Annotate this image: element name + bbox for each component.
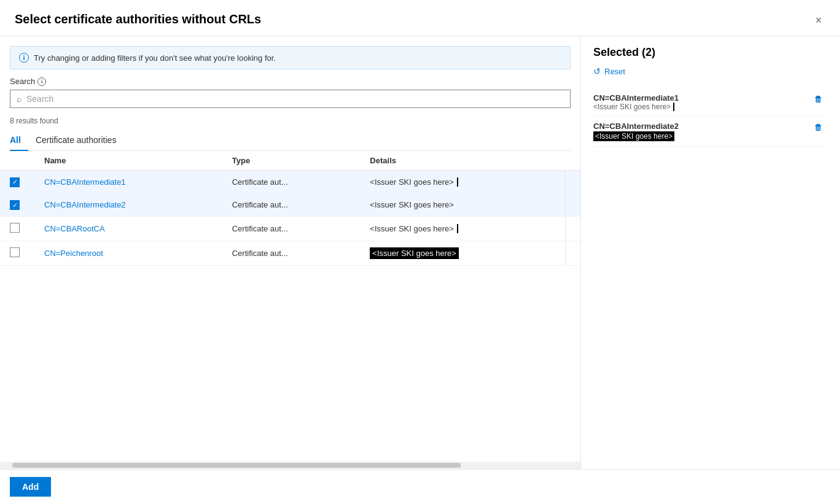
row-name-cell: CN=CBAIntermediate1 — [37, 171, 225, 194]
row-type-cell: Certificate aut... — [225, 241, 363, 266]
reset-label: Reset — [604, 67, 625, 76]
row-separator-4 — [566, 241, 581, 266]
results-table: Name Type Details — [0, 151, 580, 266]
results-count: 8 results found — [10, 117, 571, 125]
reset-icon: ↺ — [593, 66, 601, 76]
row-name-link-1[interactable]: CN=CBAIntermediate1 — [44, 177, 126, 187]
row-separator-1 — [566, 171, 581, 194]
row-checkbox-cell — [0, 217, 37, 241]
selected-header: Selected (2) — [593, 46, 827, 59]
row-detail-cell: <Issuer SKI goes here> — [362, 241, 565, 266]
selected-item-1-name: CN=CBAIntermediate1 — [593, 93, 810, 103]
row-type-cell: Certificate aut... — [225, 217, 363, 241]
tab-certificate-authorities[interactable]: Certificate authorities — [28, 130, 124, 151]
row-detail-cell: <Issuer SKI goes here> — [362, 217, 565, 241]
table-body: CN=CBAIntermediate1 Certificate aut... <… — [0, 171, 580, 266]
row-checkbox-4[interactable] — [10, 247, 20, 257]
delete-button-1[interactable] — [810, 93, 827, 108]
row-separator-3 — [566, 217, 581, 241]
row-name-cell: CN=CBAIntermediate2 — [37, 193, 225, 217]
selected-item-2-name: CN=CBAIntermediate2 — [593, 122, 810, 131]
search-input[interactable] — [26, 94, 564, 104]
cursor-3 — [455, 224, 458, 233]
search-info-icon: i — [37, 77, 46, 86]
cursor-1 — [455, 177, 458, 187]
search-label: Search i — [10, 77, 571, 86]
table-row: CN=Peichenroot Certificate aut... <Issue… — [0, 241, 580, 266]
row-detail-2: <Issuer SKI goes here> — [370, 200, 454, 209]
search-icon: ⌕ — [17, 94, 21, 104]
row-type-cell: Certificate aut... — [225, 193, 363, 217]
tabs: All Certificate authorities — [10, 130, 571, 151]
delete-button-2[interactable] — [810, 122, 827, 136]
row-checkbox-cell — [0, 193, 37, 217]
table-row: CN=CBARootCA Certificate aut... <Issuer … — [0, 217, 580, 241]
row-checkbox-cell — [0, 171, 37, 194]
row-name-cell: CN=CBARootCA — [37, 217, 225, 241]
table-container: Name Type Details — [0, 151, 580, 462]
dialog: Select certificate authorities without C… — [0, 0, 839, 504]
left-panel: i Try changing or adding filters if you … — [0, 36, 581, 469]
search-section: Search i ⌕ — [0, 77, 580, 108]
row-detail-3: <Issuer SKI goes here> — [370, 224, 454, 233]
table-header: Name Type Details — [0, 151, 580, 171]
info-banner: i Try changing or adding filters if you … — [10, 46, 571, 69]
row-detail-4: <Issuer SKI goes here> — [370, 247, 459, 259]
selected-item-2-detail: <Issuer SKI goes here> — [593, 131, 674, 141]
table-row: CN=CBAIntermediate1 Certificate aut... <… — [0, 171, 580, 194]
selected-item-1-detail: <Issuer SKI goes here> — [593, 103, 810, 111]
col-checkbox — [0, 151, 37, 171]
right-panel: Selected (2) ↺ Reset CN=CBAIntermediate1… — [581, 36, 839, 469]
col-type: Type — [225, 151, 363, 171]
row-name-link-3[interactable]: CN=CBARootCA — [44, 224, 105, 233]
dialog-header: Select certificate authorities without C… — [0, 0, 839, 36]
selected-item-2-info: CN=CBAIntermediate2 <Issuer SKI goes her… — [593, 122, 810, 141]
search-input-wrapper: ⌕ — [10, 90, 571, 108]
row-checkbox-1[interactable] — [10, 177, 20, 187]
dialog-footer: Add — [0, 469, 839, 504]
row-detail-cell: <Issuer SKI goes here> — [362, 171, 565, 194]
row-detail-cell: <Issuer SKI goes here> — [362, 193, 565, 217]
tab-all[interactable]: All — [10, 130, 28, 151]
info-banner-text: Try changing or adding filters if you do… — [34, 53, 276, 63]
row-type-cell: Certificate aut... — [225, 171, 363, 194]
col-extra — [566, 151, 581, 171]
horizontal-scrollbar[interactable] — [0, 462, 580, 469]
row-checkbox-cell — [0, 241, 37, 266]
table-row: CN=CBAIntermediate2 Certificate aut... <… — [0, 193, 580, 217]
row-name-cell: CN=Peichenroot — [37, 241, 225, 266]
col-details: Details — [362, 151, 565, 171]
selected-item-1: CN=CBAIntermediate1 <Issuer SKI goes her… — [593, 88, 827, 117]
row-checkbox-2[interactable] — [10, 200, 20, 210]
col-name: Name — [37, 151, 225, 171]
row-detail-1: <Issuer SKI goes here> — [370, 177, 454, 187]
scrollbar-thumb[interactable] — [12, 463, 461, 468]
info-icon: i — [19, 53, 29, 63]
row-separator-2 — [566, 193, 581, 217]
row-name-link-2[interactable]: CN=CBAIntermediate2 — [44, 200, 126, 209]
selected-item-1-info: CN=CBAIntermediate1 <Issuer SKI goes her… — [593, 93, 810, 111]
reset-button[interactable]: ↺ Reset — [593, 66, 625, 76]
dialog-body: i Try changing or adding filters if you … — [0, 36, 839, 469]
add-button[interactable]: Add — [10, 477, 51, 497]
close-button[interactable]: × — [813, 12, 824, 28]
dialog-title: Select certificate authorities without C… — [15, 12, 261, 26]
selected-item-2: CN=CBAIntermediate2 <Issuer SKI goes her… — [593, 117, 827, 147]
row-name-link-4[interactable]: CN=Peichenroot — [44, 249, 103, 258]
row-checkbox-3[interactable] — [10, 223, 20, 233]
